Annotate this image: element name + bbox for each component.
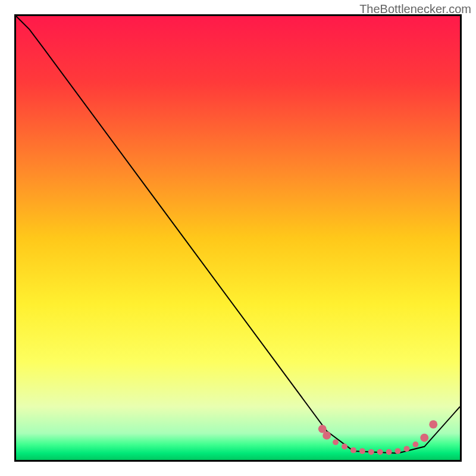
data-marker xyxy=(404,446,410,452)
data-marker xyxy=(322,431,331,440)
watermark-text: TheBottlenecker.com xyxy=(359,2,471,16)
plot-area xyxy=(14,14,462,462)
data-marker xyxy=(420,434,428,442)
data-marker xyxy=(429,420,437,428)
data-marker xyxy=(412,441,418,447)
data-marker xyxy=(333,439,339,445)
bottleneck-curve xyxy=(16,16,460,453)
data-marker xyxy=(368,449,374,455)
data-marker xyxy=(386,449,392,455)
chart-container: TheBottlenecker.com xyxy=(0,0,476,476)
data-marker xyxy=(377,449,383,455)
data-marker xyxy=(395,448,401,454)
data-marker xyxy=(350,447,356,453)
data-marker xyxy=(342,444,347,450)
data-marker xyxy=(359,448,365,454)
curve-overlay xyxy=(16,16,460,460)
